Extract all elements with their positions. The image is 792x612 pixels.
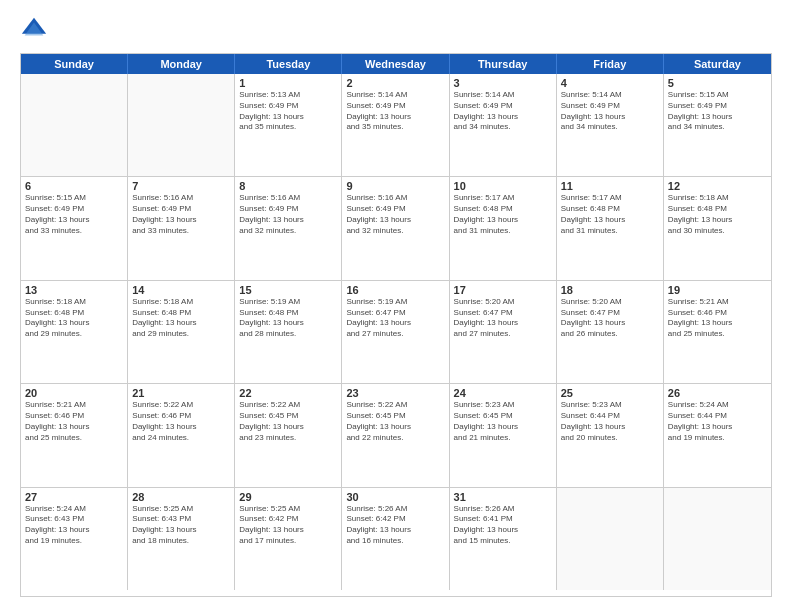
day-cell-30: 30Sunrise: 5:26 AMSunset: 6:42 PMDayligh… (342, 488, 449, 590)
day-cell-14: 14Sunrise: 5:18 AMSunset: 6:48 PMDayligh… (128, 281, 235, 383)
day-cell-26: 26Sunrise: 5:24 AMSunset: 6:44 PMDayligh… (664, 384, 771, 486)
day-cell-7: 7Sunrise: 5:16 AMSunset: 6:49 PMDaylight… (128, 177, 235, 279)
cell-info: Sunrise: 5:24 AMSunset: 6:43 PMDaylight:… (25, 504, 123, 547)
logo-icon (20, 15, 48, 43)
day-cell-3: 3Sunrise: 5:14 AMSunset: 6:49 PMDaylight… (450, 74, 557, 176)
cell-info: Sunrise: 5:26 AMSunset: 6:41 PMDaylight:… (454, 504, 552, 547)
cell-info: Sunrise: 5:25 AMSunset: 6:42 PMDaylight:… (239, 504, 337, 547)
empty-cell (21, 74, 128, 176)
day-number: 16 (346, 284, 444, 296)
day-number: 17 (454, 284, 552, 296)
cell-info: Sunrise: 5:13 AMSunset: 6:49 PMDaylight:… (239, 90, 337, 133)
day-number: 31 (454, 491, 552, 503)
day-cell-1: 1Sunrise: 5:13 AMSunset: 6:49 PMDaylight… (235, 74, 342, 176)
calendar-row-4: 27Sunrise: 5:24 AMSunset: 6:43 PMDayligh… (21, 488, 771, 590)
calendar-body: 1Sunrise: 5:13 AMSunset: 6:49 PMDaylight… (21, 74, 771, 590)
day-number: 13 (25, 284, 123, 296)
cell-info: Sunrise: 5:21 AMSunset: 6:46 PMDaylight:… (668, 297, 767, 340)
day-number: 7 (132, 180, 230, 192)
day-number: 8 (239, 180, 337, 192)
day-cell-18: 18Sunrise: 5:20 AMSunset: 6:47 PMDayligh… (557, 281, 664, 383)
header-cell-saturday: Saturday (664, 54, 771, 74)
day-number: 15 (239, 284, 337, 296)
day-number: 5 (668, 77, 767, 89)
day-cell-15: 15Sunrise: 5:19 AMSunset: 6:48 PMDayligh… (235, 281, 342, 383)
calendar-row-0: 1Sunrise: 5:13 AMSunset: 6:49 PMDaylight… (21, 74, 771, 177)
day-number: 11 (561, 180, 659, 192)
cell-info: Sunrise: 5:20 AMSunset: 6:47 PMDaylight:… (561, 297, 659, 340)
day-cell-12: 12Sunrise: 5:18 AMSunset: 6:48 PMDayligh… (664, 177, 771, 279)
day-number: 28 (132, 491, 230, 503)
day-number: 14 (132, 284, 230, 296)
day-cell-25: 25Sunrise: 5:23 AMSunset: 6:44 PMDayligh… (557, 384, 664, 486)
calendar: SundayMondayTuesdayWednesdayThursdayFrid… (20, 53, 772, 597)
day-cell-29: 29Sunrise: 5:25 AMSunset: 6:42 PMDayligh… (235, 488, 342, 590)
header-cell-tuesday: Tuesday (235, 54, 342, 74)
empty-cell (128, 74, 235, 176)
logo (20, 15, 52, 43)
day-number: 24 (454, 387, 552, 399)
cell-info: Sunrise: 5:22 AMSunset: 6:45 PMDaylight:… (239, 400, 337, 443)
calendar-row-2: 13Sunrise: 5:18 AMSunset: 6:48 PMDayligh… (21, 281, 771, 384)
day-number: 10 (454, 180, 552, 192)
day-number: 26 (668, 387, 767, 399)
day-cell-23: 23Sunrise: 5:22 AMSunset: 6:45 PMDayligh… (342, 384, 449, 486)
day-cell-11: 11Sunrise: 5:17 AMSunset: 6:48 PMDayligh… (557, 177, 664, 279)
empty-cell (557, 488, 664, 590)
cell-info: Sunrise: 5:21 AMSunset: 6:46 PMDaylight:… (25, 400, 123, 443)
day-cell-28: 28Sunrise: 5:25 AMSunset: 6:43 PMDayligh… (128, 488, 235, 590)
cell-info: Sunrise: 5:15 AMSunset: 6:49 PMDaylight:… (25, 193, 123, 236)
day-number: 3 (454, 77, 552, 89)
day-number: 22 (239, 387, 337, 399)
day-cell-22: 22Sunrise: 5:22 AMSunset: 6:45 PMDayligh… (235, 384, 342, 486)
day-number: 2 (346, 77, 444, 89)
day-cell-8: 8Sunrise: 5:16 AMSunset: 6:49 PMDaylight… (235, 177, 342, 279)
cell-info: Sunrise: 5:17 AMSunset: 6:48 PMDaylight:… (454, 193, 552, 236)
day-number: 23 (346, 387, 444, 399)
day-cell-16: 16Sunrise: 5:19 AMSunset: 6:47 PMDayligh… (342, 281, 449, 383)
cell-info: Sunrise: 5:23 AMSunset: 6:45 PMDaylight:… (454, 400, 552, 443)
day-cell-21: 21Sunrise: 5:22 AMSunset: 6:46 PMDayligh… (128, 384, 235, 486)
cell-info: Sunrise: 5:14 AMSunset: 6:49 PMDaylight:… (346, 90, 444, 133)
cell-info: Sunrise: 5:26 AMSunset: 6:42 PMDaylight:… (346, 504, 444, 547)
day-number: 6 (25, 180, 123, 192)
day-number: 1 (239, 77, 337, 89)
day-number: 4 (561, 77, 659, 89)
cell-info: Sunrise: 5:17 AMSunset: 6:48 PMDaylight:… (561, 193, 659, 236)
cell-info: Sunrise: 5:18 AMSunset: 6:48 PMDaylight:… (25, 297, 123, 340)
cell-info: Sunrise: 5:19 AMSunset: 6:47 PMDaylight:… (346, 297, 444, 340)
day-cell-31: 31Sunrise: 5:26 AMSunset: 6:41 PMDayligh… (450, 488, 557, 590)
day-number: 9 (346, 180, 444, 192)
cell-info: Sunrise: 5:16 AMSunset: 6:49 PMDaylight:… (239, 193, 337, 236)
header-cell-sunday: Sunday (21, 54, 128, 74)
calendar-row-3: 20Sunrise: 5:21 AMSunset: 6:46 PMDayligh… (21, 384, 771, 487)
day-number: 29 (239, 491, 337, 503)
cell-info: Sunrise: 5:20 AMSunset: 6:47 PMDaylight:… (454, 297, 552, 340)
cell-info: Sunrise: 5:23 AMSunset: 6:44 PMDaylight:… (561, 400, 659, 443)
cell-info: Sunrise: 5:16 AMSunset: 6:49 PMDaylight:… (346, 193, 444, 236)
day-cell-17: 17Sunrise: 5:20 AMSunset: 6:47 PMDayligh… (450, 281, 557, 383)
day-cell-24: 24Sunrise: 5:23 AMSunset: 6:45 PMDayligh… (450, 384, 557, 486)
header-cell-monday: Monday (128, 54, 235, 74)
header-cell-thursday: Thursday (450, 54, 557, 74)
day-cell-27: 27Sunrise: 5:24 AMSunset: 6:43 PMDayligh… (21, 488, 128, 590)
day-cell-6: 6Sunrise: 5:15 AMSunset: 6:49 PMDaylight… (21, 177, 128, 279)
cell-info: Sunrise: 5:24 AMSunset: 6:44 PMDaylight:… (668, 400, 767, 443)
day-cell-2: 2Sunrise: 5:14 AMSunset: 6:49 PMDaylight… (342, 74, 449, 176)
day-cell-20: 20Sunrise: 5:21 AMSunset: 6:46 PMDayligh… (21, 384, 128, 486)
cell-info: Sunrise: 5:15 AMSunset: 6:49 PMDaylight:… (668, 90, 767, 133)
cell-info: Sunrise: 5:14 AMSunset: 6:49 PMDaylight:… (561, 90, 659, 133)
day-number: 12 (668, 180, 767, 192)
cell-info: Sunrise: 5:25 AMSunset: 6:43 PMDaylight:… (132, 504, 230, 547)
day-number: 20 (25, 387, 123, 399)
day-cell-10: 10Sunrise: 5:17 AMSunset: 6:48 PMDayligh… (450, 177, 557, 279)
day-number: 18 (561, 284, 659, 296)
day-cell-13: 13Sunrise: 5:18 AMSunset: 6:48 PMDayligh… (21, 281, 128, 383)
day-cell-5: 5Sunrise: 5:15 AMSunset: 6:49 PMDaylight… (664, 74, 771, 176)
day-number: 30 (346, 491, 444, 503)
header (20, 15, 772, 43)
calendar-row-1: 6Sunrise: 5:15 AMSunset: 6:49 PMDaylight… (21, 177, 771, 280)
empty-cell (664, 488, 771, 590)
header-cell-wednesday: Wednesday (342, 54, 449, 74)
cell-info: Sunrise: 5:18 AMSunset: 6:48 PMDaylight:… (132, 297, 230, 340)
